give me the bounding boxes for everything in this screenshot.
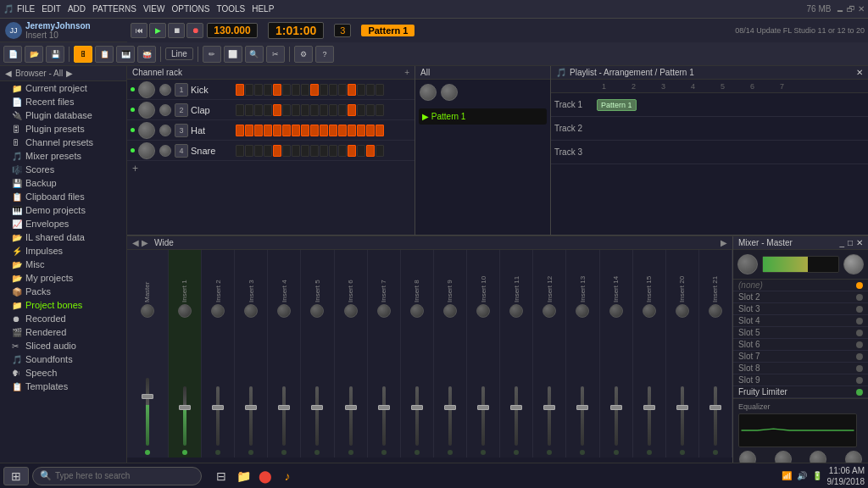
insert9-fader-knob[interactable] [444, 405, 456, 410]
insert1-fader-knob[interactable] [179, 405, 191, 410]
pad[interactable] [366, 104, 375, 116]
pad[interactable] [366, 125, 375, 136]
line-selector[interactable]: Line [165, 47, 193, 60]
pad[interactable] [310, 125, 319, 136]
pad[interactable] [292, 125, 300, 136]
zoom-btn[interactable]: 🔍 [245, 46, 264, 63]
sidebar-item-misc[interactable]: 📂 Misc [0, 258, 126, 271]
pad[interactable] [310, 104, 319, 116]
master-slot-4[interactable]: Slot 4 [733, 315, 868, 327]
pad[interactable] [282, 125, 291, 136]
insert11-knob[interactable] [509, 304, 523, 318]
insert2-fader-knob[interactable] [212, 405, 224, 410]
record-btn[interactable]: ⏺ [186, 23, 203, 38]
insert14-knob[interactable] [609, 304, 623, 318]
pad[interactable] [282, 145, 291, 157]
master-slot-6[interactable]: Slot 6 [733, 339, 868, 351]
sidebar-item-envelopes[interactable]: 📈 Envelopes [0, 217, 126, 230]
sidebar-forward[interactable]: ▶ [66, 69, 73, 78]
pad[interactable] [320, 145, 328, 157]
eq-knob2[interactable] [775, 451, 792, 463]
mixer-master-min[interactable]: _ [839, 238, 844, 247]
master-slot-7[interactable]: Slot 7 [733, 351, 868, 363]
insert20-fader-knob[interactable] [676, 405, 688, 410]
sidebar-item-demo-projects[interactable]: 🎹 Demo projects [0, 203, 126, 217]
pad[interactable] [338, 125, 347, 136]
pad[interactable] [357, 84, 365, 96]
pad[interactable] [273, 145, 281, 157]
pad[interactable] [245, 84, 253, 96]
pad[interactable] [348, 104, 356, 116]
pad[interactable] [320, 125, 328, 136]
eq-graph[interactable] [738, 413, 857, 447]
search-input[interactable] [55, 471, 174, 480]
bpm-display[interactable]: 130.000 [207, 23, 258, 38]
pad[interactable] [329, 84, 337, 96]
new-btn[interactable]: 📄 [3, 46, 22, 63]
eq-knob1[interactable] [739, 451, 756, 463]
settings-btn[interactable]: ⚙ [294, 46, 313, 63]
pad[interactable] [282, 104, 291, 116]
insert3-knob[interactable] [244, 304, 258, 318]
master-slot-3[interactable]: Slot 3 [733, 303, 868, 315]
pad[interactable] [329, 145, 337, 157]
sidebar-item-sliced-audio[interactable]: ✂ Sliced audio [0, 339, 126, 352]
pad[interactable] [264, 145, 272, 157]
pad[interactable] [273, 84, 281, 96]
insert5-knob[interactable] [310, 304, 324, 318]
step-seq-btn[interactable]: 🥁 [137, 46, 156, 63]
help-btn[interactable]: ? [315, 46, 334, 63]
play-btn[interactable]: ▶ [149, 23, 166, 38]
pad[interactable] [329, 104, 337, 116]
pad[interactable] [273, 104, 281, 116]
pad[interactable] [301, 125, 309, 136]
prev-btn[interactable]: ⏮ [131, 23, 147, 38]
add-channel-btn[interactable]: + [404, 68, 409, 77]
pad[interactable] [310, 84, 319, 96]
piano-btn[interactable]: 🎹 [116, 46, 135, 63]
menu-add[interactable]: ADD [68, 4, 86, 14]
sidebar-item-plugin-database[interactable]: 🔌 Plugin database [0, 108, 126, 122]
insert6-fader-knob[interactable] [345, 405, 357, 410]
pan-hat[interactable] [159, 125, 171, 136]
pad[interactable] [236, 145, 244, 157]
piano-knob[interactable] [420, 84, 437, 101]
pad[interactable] [282, 84, 291, 96]
pan-snare[interactable] [159, 145, 171, 157]
insert12-knob[interactable] [542, 304, 556, 318]
pad[interactable] [264, 125, 272, 136]
pad[interactable] [329, 125, 337, 136]
taskbar-file-explorer[interactable]: 📁 [234, 467, 253, 485]
pad[interactable] [348, 125, 356, 136]
sidebar-item-il-shared[interactable]: 📂 IL shared data [0, 230, 126, 244]
insert13-fader-knob[interactable] [576, 405, 588, 410]
pad[interactable] [301, 104, 309, 116]
insert9-knob[interactable] [443, 304, 457, 318]
pad[interactable] [264, 104, 272, 116]
pad[interactable] [254, 125, 263, 136]
vol-snare[interactable] [138, 142, 155, 159]
menu-file[interactable]: FILE [17, 4, 35, 14]
pad[interactable] [348, 145, 356, 157]
pad[interactable] [254, 145, 263, 157]
draw-btn[interactable]: ✏ [203, 46, 221, 63]
led-clap[interactable] [131, 108, 135, 112]
insert20-knob[interactable] [676, 304, 689, 318]
add-channel-row[interactable]: + [127, 161, 415, 176]
master-send-knob[interactable] [737, 254, 758, 274]
insert2-knob[interactable] [211, 304, 225, 318]
eq-knob3[interactable] [810, 451, 826, 463]
search-bar[interactable]: 🔍 [32, 467, 202, 485]
pad[interactable] [348, 84, 356, 96]
master-slot-8[interactable]: Slot 8 [733, 363, 868, 374]
insert21-fader-knob[interactable] [709, 405, 721, 410]
insert11-fader-knob[interactable] [510, 405, 522, 410]
insert13-knob[interactable] [576, 304, 589, 318]
sidebar-item-my-projects[interactable]: 📂 My projects [0, 271, 126, 285]
pad[interactable] [357, 104, 365, 116]
pad[interactable] [273, 125, 281, 136]
master-vol-knob[interactable] [843, 254, 864, 274]
led-hat[interactable] [131, 128, 135, 132]
pad[interactable] [254, 84, 263, 96]
pad[interactable] [245, 125, 253, 136]
